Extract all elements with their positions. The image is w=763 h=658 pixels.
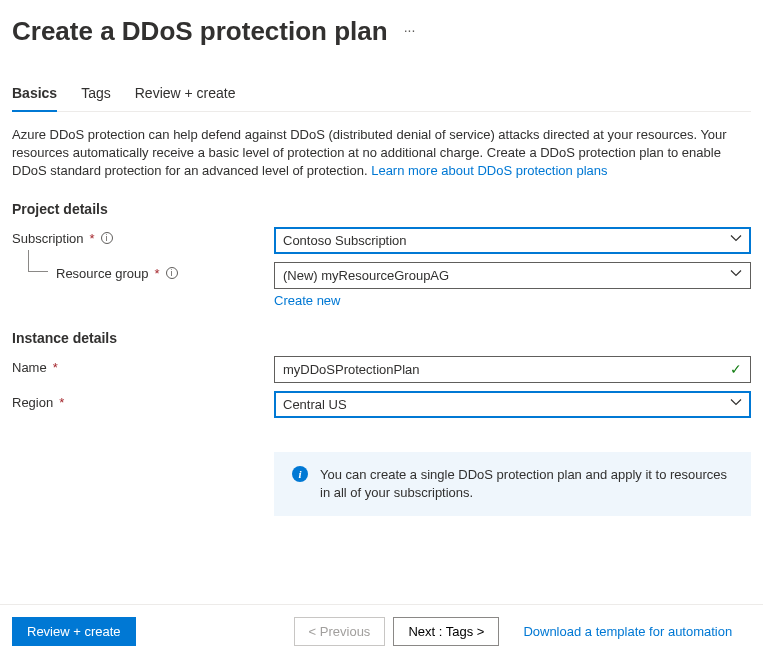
resource-group-select[interactable]: (New) myResourceGroupAG [274,262,751,289]
info-icon[interactable]: i [166,267,178,279]
region-select[interactable]: Central US [274,391,751,418]
intro-text: Azure DDoS protection can help defend ag… [12,126,751,181]
page-title: Create a DDoS protection plan [12,16,388,47]
name-input[interactable]: myDDoSProtectionPlan ✓ [274,356,751,383]
learn-more-link[interactable]: Learn more about DDoS protection plans [371,163,607,178]
info-icon: i [292,466,308,482]
tab-review[interactable]: Review + create [135,77,236,111]
chevron-down-icon [730,233,742,248]
section-project-details: Project details [12,201,751,217]
previous-button: < Previous [294,617,386,646]
next-button[interactable]: Next : Tags > [393,617,499,646]
section-instance-details: Instance details [12,330,751,346]
check-icon: ✓ [730,361,742,377]
tab-bar: Basics Tags Review + create [12,77,751,112]
tab-tags[interactable]: Tags [81,77,111,111]
resource-group-label: Resource group * i [12,262,274,281]
more-actions-icon[interactable]: ··· [404,22,416,42]
tab-basics[interactable]: Basics [12,77,57,111]
info-icon[interactable]: i [101,232,113,244]
footer-bar: Review + create < Previous Next : Tags >… [0,604,763,658]
region-label: Region * [12,391,274,410]
create-new-link[interactable]: Create new [274,293,340,308]
chevron-down-icon [730,268,742,283]
info-banner: i You can create a single DDoS protectio… [274,452,751,516]
name-label: Name * [12,356,274,375]
download-template-link[interactable]: Download a template for automation [523,624,732,639]
review-create-button[interactable]: Review + create [12,617,136,646]
subscription-label: Subscription * i [12,227,274,246]
subscription-select[interactable]: Contoso Subscription [274,227,751,254]
chevron-down-icon [730,397,742,412]
